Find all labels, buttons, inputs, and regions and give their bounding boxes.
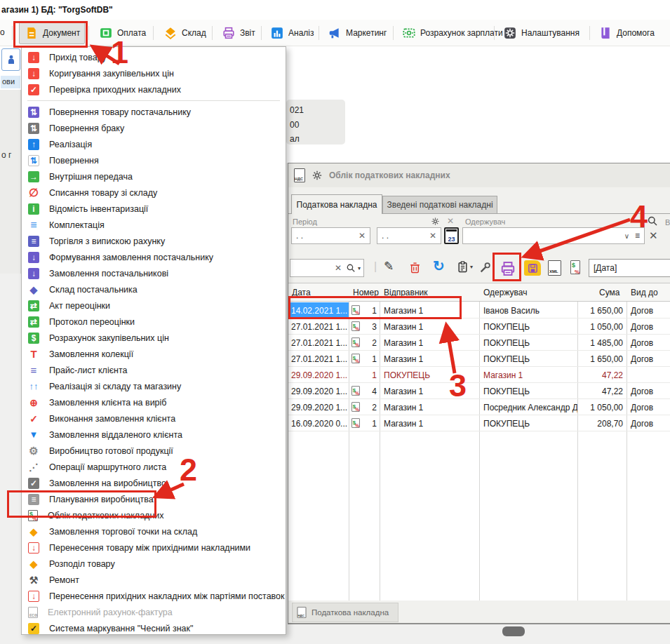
chevron-down-icon[interactable]: ▾: [358, 265, 361, 271]
table-row[interactable]: 16.09.2020 0... 1 Магазин 1 ПОКУПЕЦЬ 208…: [288, 415, 670, 431]
table-row[interactable]: 29.09.2020 1... 2 Магазин 1 Посредник Ал…: [288, 399, 670, 415]
toolbar-button-salary[interactable]: Розрахунок зарплати: [397, 22, 509, 44]
menu-item-inventory-sheet[interactable]: i Відомість інвентаризації: [22, 201, 286, 217]
menu-item-remote-client-order[interactable]: ▼ Замовлення віддаленого клієнта: [22, 427, 286, 443]
settings-gear-icon[interactable]: [311, 170, 323, 181]
menu-item-supplier-order[interactable]: ↓ Замовлення постачальникові: [22, 265, 286, 281]
col-header-receiver[interactable]: Одержувач: [483, 288, 527, 297]
cell-number: 2: [349, 399, 380, 415]
toolbar-button-settings[interactable]: Налаштування: [498, 22, 585, 44]
toolbar-button-warehouse[interactable]: Склад: [159, 22, 212, 44]
table-row[interactable]: 14.02.2021 1... 1 Магазин 1 Іванов Васил…: [288, 302, 670, 318]
menu-item-return[interactable]: ⇅ Повернення: [22, 152, 286, 168]
clear-recipient-icon[interactable]: ✕: [649, 229, 658, 242]
menu-item-receipt-goods[interactable]: ↓ Прихід товару: [22, 49, 286, 65]
bottom-tab-tax-invoice[interactable]: Податкова накладна: [292, 603, 398, 622]
menu-item-e-invoice[interactable]: Електронний рахунок-фактура: [22, 604, 286, 620]
toolbar-divider: [153, 26, 154, 40]
menu-item-goods-distribution[interactable]: ◆ Розподіл товару: [22, 556, 286, 572]
clipboard-icon[interactable]: [457, 261, 469, 273]
menu-item-production-planning[interactable]: ≡ Планування виробництва: [22, 491, 286, 507]
print-button[interactable]: [499, 260, 517, 278]
swap-green-icon: ⇄: [28, 300, 39, 311]
menu-item-marking-system[interactable]: ✓ Система маркування "Чесний знак": [22, 620, 286, 636]
menu-item-production[interactable]: ⚙ Виробництво готової продукції: [22, 443, 286, 459]
chevron-down-icon[interactable]: ∨: [624, 232, 629, 240]
filter-clear-icon[interactable]: ✕: [447, 216, 454, 226]
toolbar-button-analysis[interactable]: Аналіз: [265, 22, 319, 44]
delete-trash-icon[interactable]: [409, 262, 421, 274]
chevron-down-icon[interactable]: ▾: [470, 264, 473, 270]
menu-item-transfer-between-batches[interactable]: ↓ Перенесення прихідних накладних між па…: [22, 588, 286, 604]
menu-item-assembly[interactable]: ≡ Комплектація: [22, 217, 286, 233]
menu-item-form-supplier-order[interactable]: ↓ Формування замовлення постачальнику: [22, 249, 286, 265]
save-report-button[interactable]: [524, 260, 541, 276]
grid-search-input[interactable]: ✕ ▾: [290, 259, 364, 277]
search-icon[interactable]: [346, 263, 356, 273]
menu-item-client-product-order[interactable]: ⊕ Замовлення клієнта на виріб: [22, 394, 286, 410]
period-to-input[interactable]: . . ✕: [377, 227, 441, 244]
table-row[interactable]: 29.09.2020 1... 1 ПОКУПЕЦЬ Магазин 1 47,…: [288, 367, 670, 383]
menu-item-transfer-between-invoices[interactable]: ↓ Перенесення товару між прихідними накл…: [22, 539, 286, 556]
menu-item-purchase-price-adjust[interactable]: ↓ Коригування закупівельних цін: [22, 65, 286, 81]
clear-search-icon[interactable]: ✕: [335, 263, 342, 273]
refresh-icon[interactable]: ↻: [433, 257, 445, 274]
menu-item-repair[interactable]: ⚒ Ремонт: [22, 572, 286, 588]
menu-item-client-order-fulfill[interactable]: ✓ Виконання замовлення клієнта: [22, 410, 286, 427]
tax-invoice-icon: [570, 260, 580, 274]
menu-item-collection-order[interactable]: T Замовлення колекції: [22, 346, 286, 362]
menu-item-revaluation-act[interactable]: ⇄ Акт переоцінки: [22, 297, 286, 314]
invoices-table: Дата Номер Відправник Одержувач Сума Вид…: [288, 283, 670, 601]
table-row[interactable]: 27.01.2021 1... 1 Магазин 1 ПОКУПЕЦЬ 1 6…: [288, 351, 670, 367]
menu-item-outlet-order[interactable]: ◆ Замовлення торгової точки на склад: [22, 523, 286, 539]
period-from-input[interactable]: . . ✕: [291, 227, 370, 244]
menu-item-client-price-list[interactable]: ≡ Прайс-лист клієнта: [22, 362, 286, 378]
list-icon[interactable]: ≡: [635, 231, 640, 241]
col-header-date[interactable]: Дата: [292, 288, 311, 297]
table-row[interactable]: 27.01.2021 1... 2 Магазин 1 ПОКУПЕЦЬ 1 4…: [288, 335, 670, 351]
menu-item-return-to-supplier[interactable]: ⇅ Повернення товару постачальнику: [22, 104, 286, 120]
toolbar-button-document[interactable]: Документ: [19, 22, 85, 44]
tab-consolidated-tax-invoices[interactable]: Зведені податкові накладні: [382, 196, 497, 214]
menu-item-supplier-stock[interactable]: ◆ Склад постачальника: [22, 281, 286, 297]
menu-item-revaluation-protocol[interactable]: ⇄ Протокол переоцінки: [22, 314, 286, 330]
toolbar-button-report[interactable]: Звіт: [217, 22, 261, 44]
toolbar-button-marketing[interactable]: Маркетинг: [323, 22, 392, 44]
menu-item-production-order[interactable]: ✓ Замовлення на виробництво: [22, 475, 286, 491]
cell-number: 1: [349, 367, 380, 383]
clear-date-icon[interactable]: ✕: [359, 231, 366, 241]
gear-icon: [504, 27, 516, 39]
search-icon[interactable]: [647, 215, 658, 227]
menu-item-tax-invoices[interactable]: Облік податкових накладних: [22, 507, 286, 523]
menu-item-sale-warehouse-store[interactable]: ↑↑ Реалізація зі складу та магазину: [22, 378, 286, 394]
clear-date-icon[interactable]: ✕: [429, 231, 436, 241]
edit-pencil-icon[interactable]: ✎: [384, 259, 394, 274]
menu-item-return-defect[interactable]: ⇅ Повернення браку: [22, 120, 286, 136]
filter-gear-icon[interactable]: [431, 217, 440, 226]
menu-item-writeoff[interactable]: ∅ Списання товару зі складу: [22, 185, 286, 201]
menu-item-internal-transfer[interactable]: → Внутрішня передача: [22, 168, 286, 185]
sort-field-combo[interactable]: [Дата]: [589, 259, 670, 277]
tools-wrench-icon[interactable]: [479, 262, 491, 274]
menu-item-invoice-trade[interactable]: ≡ Торгівля з випискою рахунку: [22, 233, 286, 249]
toolbar-button-help[interactable]: Допомога: [594, 22, 660, 44]
cell-contract-type: Догов: [627, 302, 670, 318]
tax-invoice-button[interactable]: [570, 260, 580, 274]
menu-item-route-sheet-ops[interactable]: ⋰ Операції маршрутного листа: [22, 459, 286, 475]
recipient-combo[interactable]: ∨ ≡: [462, 227, 645, 244]
col-header-number[interactable]: Номер: [353, 288, 379, 297]
person-button[interactable]: [1, 48, 20, 71]
toolbar-button-payment[interactable]: Оплата: [94, 22, 152, 44]
table-row[interactable]: 29.09.2020 1... 4 Магазин 1 ПОКУПЕЦЬ 47,…: [288, 383, 670, 399]
table-row[interactable]: 27.01.2021 1... 3 Магазин 1 ПОКУПЕЦЬ 1 0…: [288, 318, 670, 335]
xml-export-button[interactable]: XML: [548, 260, 561, 276]
menu-item-check-incoming-invoices[interactable]: ✓ Перевірка приходних накладних: [22, 81, 286, 98]
calendar-button[interactable]: 23: [444, 227, 459, 244]
menu-item-sale[interactable]: ↑ Реалізація: [22, 136, 286, 152]
menu-item-purchase-price-calc[interactable]: $ Розрахунок закупівельних цін: [22, 330, 286, 346]
tab-tax-invoice[interactable]: Податкова накладна: [291, 194, 382, 214]
col-header-sender[interactable]: Відправник: [384, 288, 427, 297]
table-header: Дата Номер Відправник Одержувач Сума Вид…: [288, 283, 670, 302]
col-header-sum[interactable]: Сума: [599, 288, 619, 297]
col-header-doctype[interactable]: Вид до: [631, 288, 658, 297]
